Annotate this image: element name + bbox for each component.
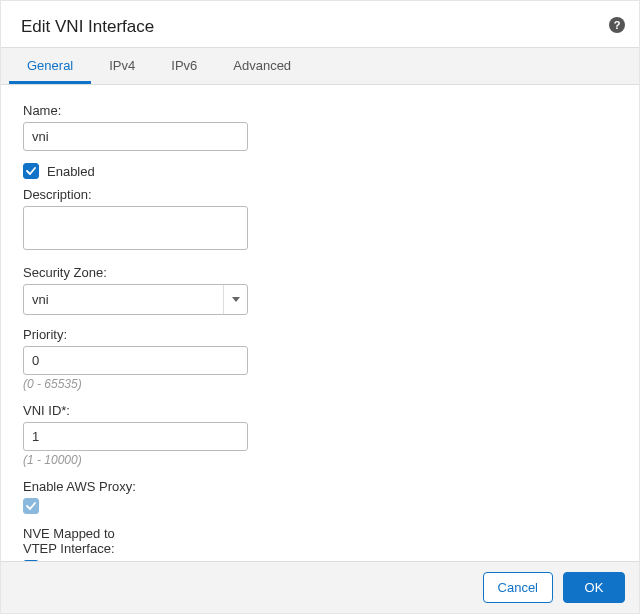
tab-advanced[interactable]: Advanced — [215, 48, 309, 84]
tab-ipv6[interactable]: IPv6 — [153, 48, 215, 84]
tab-ipv4[interactable]: IPv4 — [91, 48, 153, 84]
dialog-footer: Cancel OK — [1, 561, 639, 613]
dialog-title: Edit VNI Interface — [21, 17, 619, 37]
edit-vni-dialog: Edit VNI Interface ? General IPv4 IPv6 A… — [0, 0, 640, 614]
field-vni-id: VNI ID*: (1 - 10000) — [23, 403, 617, 467]
field-security-zone: Security Zone: vni — [23, 265, 617, 315]
priority-label: Priority: — [23, 327, 617, 342]
vni-id-input[interactable] — [23, 422, 248, 451]
description-label: Description: — [23, 187, 617, 202]
cancel-button[interactable]: Cancel — [483, 572, 553, 603]
security-zone-value: vni — [32, 292, 49, 307]
check-icon — [26, 166, 36, 176]
security-zone-label: Security Zone: — [23, 265, 617, 280]
field-name: Name: — [23, 103, 617, 151]
field-description: Description: — [23, 187, 617, 253]
dialog-header: Edit VNI Interface ? — [1, 1, 639, 47]
tab-content-general: Name: Enabled Description: Security Zone… — [1, 85, 639, 576]
enabled-label: Enabled — [47, 164, 95, 179]
vni-id-hint: (1 - 10000) — [23, 453, 617, 467]
security-zone-select[interactable]: vni — [23, 284, 248, 315]
description-input[interactable] — [23, 206, 248, 250]
nve-mapped-label: NVE Mapped to VTEP Interface: — [23, 526, 617, 556]
field-enabled: Enabled — [23, 163, 617, 179]
enabled-checkbox[interactable] — [23, 163, 39, 179]
chevron-down-icon — [223, 285, 247, 314]
check-icon — [26, 501, 36, 511]
field-priority: Priority: (0 - 65535) — [23, 327, 617, 391]
field-aws-proxy: Enable AWS Proxy: — [23, 479, 617, 514]
name-input[interactable] — [23, 122, 248, 151]
name-label: Name: — [23, 103, 617, 118]
tab-bar: General IPv4 IPv6 Advanced — [1, 47, 639, 85]
aws-proxy-label: Enable AWS Proxy: — [23, 479, 617, 494]
priority-input[interactable] — [23, 346, 248, 375]
tab-general[interactable]: General — [9, 48, 91, 84]
aws-proxy-checkbox[interactable] — [23, 498, 39, 514]
help-icon[interactable]: ? — [609, 17, 625, 33]
vni-id-label: VNI ID*: — [23, 403, 617, 418]
priority-hint: (0 - 65535) — [23, 377, 617, 391]
ok-button[interactable]: OK — [563, 572, 625, 603]
